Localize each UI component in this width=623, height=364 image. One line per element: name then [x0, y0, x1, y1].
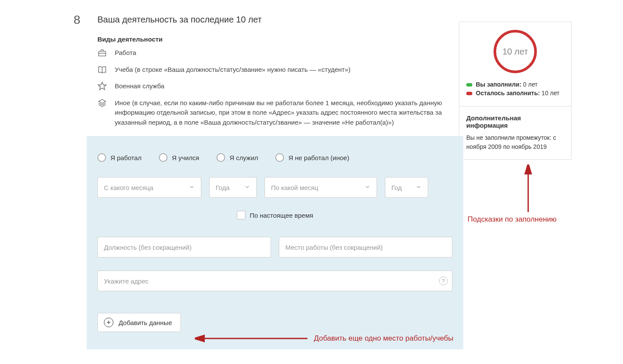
position-input[interactable]: Должность (без сокращений): [97, 237, 271, 258]
from-year-select[interactable]: Года: [209, 177, 257, 198]
svg-marker-4: [99, 99, 106, 103]
radio-row: Я работал Я учился Я служил Я не работал…: [97, 153, 452, 162]
radio-circle-icon: [216, 153, 225, 162]
remain-stat: Осталось заполнить: 10 лет: [466, 90, 564, 97]
progress-circle: 10 лет: [494, 30, 537, 73]
position-placeholder: Должность (без сокращений): [104, 244, 191, 251]
info-text: Вы не заполнили промежуток: с ноября 200…: [466, 133, 564, 151]
workplace-input[interactable]: Место работы (без сокращений): [279, 237, 452, 258]
date-range-row: С какого месяца Года По какой месяц Год: [97, 177, 452, 198]
subtitle: Виды деятельности: [97, 35, 450, 43]
present-label: По настоящее время: [250, 212, 313, 219]
type-list: Работа Учеба (в строке «Ваша должность/с…: [97, 48, 450, 127]
plus-icon: +: [104, 318, 113, 327]
present-checkbox-row[interactable]: По настоящее время: [97, 211, 452, 219]
to-month-select[interactable]: По какой месяц: [265, 177, 377, 198]
position-workplace-row: Должность (без сокращений) Место работы …: [97, 237, 452, 258]
radio-none-label: Я не работал (иное): [288, 154, 349, 161]
svg-rect-0: [99, 51, 106, 56]
type-other-text: Иное (в случае, если по каким-либо причи…: [115, 98, 450, 128]
briefcase-icon: [97, 48, 107, 58]
radio-served-label: Я служил: [229, 154, 258, 161]
help-icon[interactable]: ?: [439, 277, 448, 285]
radio-worked[interactable]: Я работал: [97, 153, 142, 162]
book-icon: [97, 65, 107, 74]
star-icon: [97, 81, 107, 91]
chevron-down-icon: [244, 184, 250, 191]
dot-green-icon: [466, 83, 472, 87]
layers-icon: [97, 98, 107, 108]
radio-studied[interactable]: Я учился: [159, 153, 199, 162]
remain-value: 10 лет: [540, 90, 559, 97]
to-year-select[interactable]: Год: [385, 177, 428, 198]
chevron-down-icon: [365, 184, 371, 191]
annotation-hints: Подсказки по заполнению: [468, 215, 557, 224]
type-work-text: Работа: [115, 48, 136, 58]
address-input[interactable]: Укажите адрес ?: [97, 271, 452, 291]
svg-marker-3: [98, 82, 106, 90]
add-button-label: Добавить данные: [119, 319, 172, 326]
address-row: Укажите адрес ?: [97, 271, 452, 291]
annotation-add-more: Добавить еще одно место работы/учебы: [314, 334, 453, 343]
section-header: 8 Ваша деятельность за последние 10 лет: [74, 13, 450, 27]
from-year-placeholder: Года: [216, 184, 229, 191]
info-title: Дополнительная информация: [466, 114, 564, 129]
arrow-up-icon: [524, 164, 533, 212]
radio-worked-label: Я работал: [110, 154, 142, 161]
add-button[interactable]: + Добавить данные: [97, 313, 181, 332]
from-month-placeholder: С какого месяца: [104, 184, 153, 191]
arrow-left-icon: [195, 334, 307, 343]
radio-circle-icon: [97, 153, 106, 162]
from-month-select[interactable]: С какого месяца: [97, 177, 201, 198]
radio-circle-icon: [159, 153, 168, 162]
form-block: Я работал Я учился Я служил Я не работал…: [87, 136, 463, 349]
type-military: Военная служба: [97, 81, 450, 91]
address-placeholder: Укажите адрес: [104, 277, 148, 285]
type-work: Работа: [97, 48, 450, 58]
chevron-down-icon: [189, 184, 195, 191]
to-year-placeholder: Год: [391, 184, 402, 191]
radio-served[interactable]: Я служил: [216, 153, 258, 162]
filled-stat: Вы заполнили: 0 лет: [466, 81, 564, 88]
filled-value: 0 лет: [521, 81, 537, 88]
type-study: Учеба (в строке «Ваша должность/статус/з…: [97, 65, 450, 75]
radio-circle-icon: [275, 153, 284, 162]
type-other: Иное (в случае, если по каким-либо причи…: [97, 98, 450, 128]
dot-red-icon: [466, 92, 472, 95]
radio-studied-label: Я учился: [172, 154, 199, 161]
filled-label: Вы заполнили:: [476, 81, 521, 88]
to-month-placeholder: По какой месяц: [271, 184, 318, 191]
type-military-text: Военная служба: [115, 81, 165, 91]
workplace-placeholder: Место работы (без сокращений): [285, 244, 383, 251]
remain-label: Осталось заполнить:: [476, 90, 540, 97]
chevron-down-icon: [416, 184, 422, 191]
type-study-text: Учеба (в строке «Ваша должность/статус/з…: [115, 65, 351, 75]
radio-none[interactable]: Я не работал (иное): [275, 153, 349, 162]
checkbox-icon: [237, 211, 245, 219]
info-card: Дополнительная информация Вы не заполнил…: [459, 106, 571, 160]
section-number: 8: [74, 13, 84, 27]
section-title: Ваша деятельность за последние 10 лет: [97, 15, 261, 25]
sidebar: 10 лет Вы заполнили: 0 лет Осталось запо…: [459, 22, 571, 349]
progress-card: 10 лет Вы заполнили: 0 лет Осталось запо…: [459, 22, 571, 106]
